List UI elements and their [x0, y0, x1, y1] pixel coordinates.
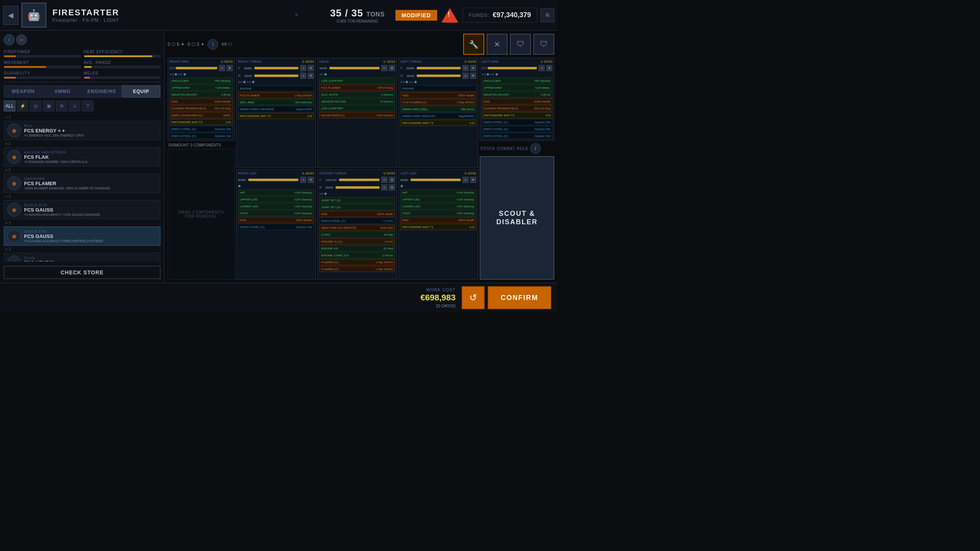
filter-unknown[interactable]: ?	[82, 101, 93, 111]
la-header: LEFT ARM S 30/30	[482, 60, 552, 64]
equip-details: EAGLE EYE FCS GAUSS +3 GAUSS ACCURACY FI…	[24, 230, 157, 243]
list-item-selected[interactable]: ◉ EAGLE EYE FCS GAUSS +3 GAUSS ACCURACY …	[4, 227, 160, 246]
list-item: ENDO-STEEL (C)Dynamic Slot	[482, 126, 552, 132]
tonnage-remaining: 0.005 TON REMAINING	[330, 19, 385, 23]
wrench-button[interactable]: 🔧	[463, 34, 484, 55]
edit-mech-button[interactable]: ✎	[292, 11, 301, 20]
stat-heat-bar	[84, 55, 161, 57]
check-store-button[interactable]: CHECK STORE	[4, 266, 160, 279]
right-arm-minus[interactable]: −	[219, 65, 225, 71]
pip-info-button[interactable]: i	[207, 39, 218, 50]
ct-r-plus[interactable]: +	[389, 184, 395, 191]
list-item: ENDO-STEEL (C)Dynamic Slot	[482, 133, 552, 139]
rt-r-plus[interactable]: +	[308, 73, 314, 79]
undo-button[interactable]: ↺	[462, 286, 485, 309]
stat-movement-fill	[4, 66, 46, 68]
filter-all[interactable]: ALL	[4, 101, 15, 111]
list-item[interactable]: ◉ CLAN FCS HEAT(S) -5% WEAPON HEAT 20 MA…	[4, 253, 160, 261]
lt-f-plus[interactable]: +	[470, 65, 476, 71]
list-item: NSSS30% Stealth	[170, 98, 233, 104]
tab-weapon[interactable]: WEAPON	[4, 85, 42, 98]
la-plus[interactable]: +	[546, 65, 552, 71]
list-item: SHOULDER+5% StandUp	[482, 78, 552, 84]
lt-f-minus[interactable]: −	[462, 65, 469, 71]
list-item[interactable]: ◉ KALLON INDUSTRIES FCS FLAK +2 EVASION …	[4, 147, 160, 166]
stock-role-info[interactable]: i	[530, 143, 541, 154]
list-item: NARC LAUNCHER (C)NARC	[170, 112, 233, 118]
mech-subtitle: Firestarter · FS-PM · LIGHT	[52, 18, 286, 23]
back-button[interactable]: ◀	[3, 6, 18, 25]
ct-f-minus[interactable]: −	[381, 177, 387, 183]
left-torso-panel: LEFT TORSO S 40/40 F 80/80 − +	[399, 58, 478, 168]
shield-button-2[interactable]: 🛡	[533, 34, 554, 55]
rt-f-minus[interactable]: −	[300, 65, 306, 71]
list-item[interactable]: ◉ UNKNOWN FCS FLAMER +25% FLAMER DAMAGE …	[4, 174, 160, 193]
head-panel: HEAD S 18/18 45/45 − + 0/1 ⬟	[317, 58, 397, 168]
mech-info: FIRESTARTER Firestarter · FS-PM · LIGHT	[49, 6, 289, 24]
list-item: JUMP JET (S)	[319, 204, 395, 210]
tab-engine-hs[interactable]: ENGINE/HS	[83, 85, 121, 98]
rl-plus[interactable]: +	[308, 177, 314, 183]
la-minus[interactable]: −	[539, 65, 545, 71]
list-item: PATCHWORK MAT T3-0.6t	[170, 119, 233, 125]
list-item[interactable]: ◉ RCA FCS ENERGY + + +1 ENERGY ACC 25% E…	[4, 121, 160, 140]
ll-minus[interactable]: −	[462, 177, 469, 183]
pip-display-1: 0 ⬡ 6 ✦	[168, 42, 185, 47]
shield-button-1[interactable]: 🛡	[510, 34, 531, 55]
filter-system[interactable]: ⚙	[56, 101, 67, 111]
work-cost-time: 10 DAY(S)	[436, 303, 456, 308]
list-item: SENSOR RECON+5 Sensors	[319, 98, 395, 104]
filter-melee[interactable]: ⚔	[69, 101, 80, 111]
mech-name: FIRESTARTER	[52, 8, 286, 18]
equip-details: EAGLE-EYE FCS GAUSS +1 GAUSS ACCURACY +1…	[24, 203, 157, 217]
list-item: LOWER LEG+10% StandUp	[400, 203, 476, 209]
info-button[interactable]: i	[4, 34, 15, 45]
list-item: NSSS30% Stealth	[238, 217, 314, 223]
nav-button-2[interactable]: ⟡	[16, 34, 27, 45]
tab-ammo[interactable]: AMMO	[43, 85, 82, 98]
list-item: NSSS30% Stealth	[400, 92, 476, 98]
list-item: WEAPON MOUNT0.36 ton	[482, 91, 552, 98]
filter-row: ALL ⚡ ◎ ▣ ⚙ ⚔ ?	[4, 101, 160, 111]
filter-ballistic[interactable]: ◎	[30, 101, 41, 111]
list-item: FCS FLAMER+25% Fl.Dmg	[319, 85, 395, 91]
rt-r-minus[interactable]: −	[300, 73, 306, 79]
alert-icon	[440, 6, 459, 25]
list-item: LOWER LEG+10% StandUp	[238, 203, 314, 209]
lt-r-plus[interactable]: +	[470, 73, 476, 79]
list-item: NSSS30% Stealth	[482, 98, 552, 104]
tonnage-value: 35 / 35 TONS	[330, 7, 385, 19]
tab-equip[interactable]: EQUIP	[122, 85, 160, 98]
x-button[interactable]: ✕	[487, 34, 508, 55]
stat-heat-fill	[84, 55, 153, 57]
rl-minus[interactable]: −	[300, 177, 306, 183]
stat-melee-fill	[84, 77, 90, 78]
list-item[interactable]: ◉ EAGLE-EYE FCS GAUSS +1 GAUSS ACCURACY …	[4, 200, 160, 219]
tonnage-display: 35 / 35 TONS 0.005 TON REMAINING	[322, 7, 392, 23]
confirm-button[interactable]: CONFIRM	[488, 286, 551, 309]
list-item: FLAMER (C)1 Pips 20%OH	[319, 266, 395, 272]
filter-energy[interactable]: ⚡	[17, 101, 28, 111]
head-minus[interactable]: −	[381, 65, 387, 71]
ll-plus[interactable]: +	[470, 177, 476, 183]
list-item: PATCHWORK MAT T3-0.6t	[238, 113, 314, 119]
head-plus[interactable]: +	[389, 65, 395, 71]
dismount-area[interactable]: DRAG COMPONENTSFOR REMOVAL	[168, 149, 235, 280]
list-item: NSSS30% Stealth	[319, 211, 395, 217]
equip-details: KALLON INDUSTRIES FCS FLAK +2 EVASION IG…	[24, 150, 157, 164]
right-arm-plus[interactable]: +	[227, 65, 233, 71]
ct-r-minus[interactable]: −	[381, 184, 387, 191]
list-item: ENDO-STEEL (C)Dynamic Slot	[482, 119, 552, 125]
list-item: ENDO-STEEL (C)Dynamic Slot	[238, 224, 314, 230]
lt-r-minus[interactable]: −	[462, 73, 469, 79]
rt-f-plus[interactable]: +	[308, 65, 314, 71]
right-arm-title: RIGHT ARM	[170, 60, 189, 64]
ct-f-plus[interactable]: +	[389, 177, 395, 183]
list-item: UPPER ARM+10% Melee-	[482, 85, 552, 91]
menu-button[interactable]: ≡	[541, 8, 554, 22]
stat-movement-bar	[4, 66, 81, 68]
list-item: FLAMER PROMETHEUS25% OH Dmg	[170, 105, 233, 111]
list-item: HIP+10% StandUp	[238, 189, 314, 196]
mech-portrait: 🤖	[21, 3, 46, 28]
filter-missile[interactable]: ▣	[43, 101, 54, 111]
